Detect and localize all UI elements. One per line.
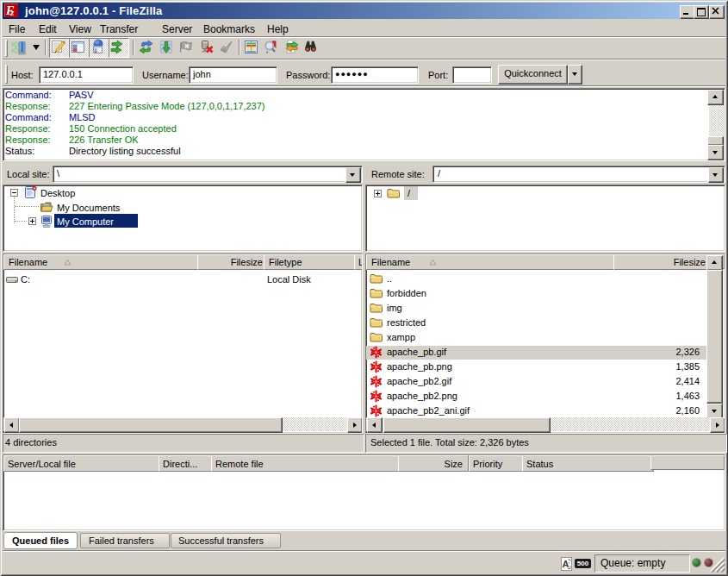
- svg-text:z: z: [9, 7, 15, 17]
- svg-text:A: A: [563, 559, 569, 569]
